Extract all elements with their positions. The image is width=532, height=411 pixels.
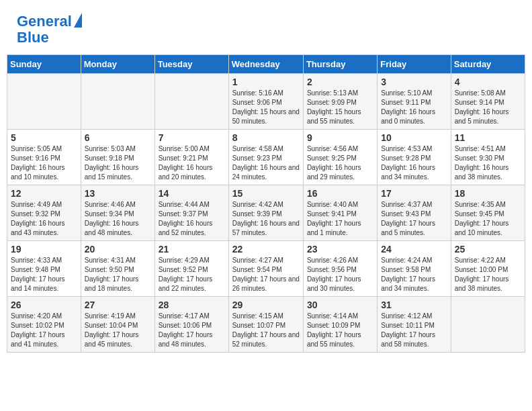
day-info: Sunrise: 4:22 AM Sunset: 10:00 PM Daylig… (455, 256, 521, 293)
calendar-cell: 10Sunrise: 4:53 AM Sunset: 9:28 PM Dayli… (378, 130, 451, 185)
day-number: 30 (307, 300, 373, 310)
day-info: Sunrise: 5:08 AM Sunset: 9:14 PM Dayligh… (455, 89, 521, 126)
calendar-week-row: 5Sunrise: 5:05 AM Sunset: 9:16 PM Daylig… (7, 130, 525, 185)
day-number: 10 (381, 132, 447, 143)
calendar-cell (81, 74, 154, 130)
day-number: 18 (455, 188, 521, 199)
calendar-cell: 27Sunrise: 4:19 AM Sunset: 10:04 PM Dayl… (81, 297, 154, 353)
logo-triangle-icon (74, 13, 82, 28)
day-info: Sunrise: 5:03 AM Sunset: 9:18 PM Dayligh… (85, 144, 151, 182)
calendar-cell: 30Sunrise: 4:14 AM Sunset: 10:09 PM Dayl… (303, 297, 377, 353)
calendar-body: 1Sunrise: 5:16 AM Sunset: 9:06 PM Daylig… (7, 74, 525, 353)
day-info: Sunrise: 4:17 AM Sunset: 10:06 PM Daylig… (159, 312, 225, 349)
day-number: 20 (85, 244, 151, 255)
day-info: Sunrise: 4:12 AM Sunset: 10:11 PM Daylig… (381, 312, 447, 349)
day-info: Sunrise: 4:51 AM Sunset: 9:30 PM Dayligh… (455, 144, 521, 182)
day-number: 21 (159, 244, 225, 255)
calendar-cell: 13Sunrise: 4:46 AM Sunset: 9:34 PM Dayli… (81, 185, 154, 241)
calendar-table: SundayMondayTuesdayWednesdayThursdayFrid… (7, 54, 525, 353)
day-number: 8 (232, 132, 300, 143)
day-info: Sunrise: 5:00 AM Sunset: 9:21 PM Dayligh… (159, 144, 225, 182)
day-number: 6 (85, 132, 151, 143)
day-info: Sunrise: 4:33 AM Sunset: 9:48 PM Dayligh… (11, 256, 77, 293)
calendar-cell: 20Sunrise: 4:31 AM Sunset: 9:50 PM Dayli… (81, 241, 154, 297)
day-info: Sunrise: 4:29 AM Sunset: 9:52 PM Dayligh… (159, 256, 225, 293)
calendar-cell: 26Sunrise: 4:20 AM Sunset: 10:02 PM Dayl… (7, 297, 81, 353)
dow-header: Tuesday (154, 55, 228, 74)
day-info: Sunrise: 4:44 AM Sunset: 9:37 PM Dayligh… (159, 200, 225, 238)
day-number: 29 (232, 300, 300, 310)
day-info: Sunrise: 4:31 AM Sunset: 9:50 PM Dayligh… (85, 256, 151, 293)
calendar-cell: 18Sunrise: 4:35 AM Sunset: 9:45 PM Dayli… (451, 185, 525, 241)
dow-header: Thursday (303, 55, 377, 74)
calendar-cell: 2Sunrise: 5:13 AM Sunset: 9:09 PM Daylig… (303, 74, 377, 130)
day-number: 1 (232, 77, 300, 87)
day-info: Sunrise: 5:10 AM Sunset: 9:11 PM Dayligh… (381, 89, 447, 126)
dow-header: Friday (378, 55, 451, 74)
logo-text2: Blue (17, 30, 82, 46)
day-number: 31 (381, 300, 447, 310)
calendar-cell: 24Sunrise: 4:24 AM Sunset: 9:58 PM Dayli… (378, 241, 451, 297)
calendar-cell: 7Sunrise: 5:00 AM Sunset: 9:21 PM Daylig… (154, 130, 228, 185)
day-info: Sunrise: 4:19 AM Sunset: 10:04 PM Daylig… (85, 312, 151, 349)
day-number: 27 (85, 300, 151, 310)
day-info: Sunrise: 4:27 AM Sunset: 9:54 PM Dayligh… (232, 256, 300, 293)
calendar-cell: 23Sunrise: 4:26 AM Sunset: 9:56 PM Dayli… (303, 241, 377, 297)
logo-text: General (17, 13, 72, 30)
day-number: 22 (232, 244, 300, 255)
day-number: 28 (159, 300, 225, 310)
day-info: Sunrise: 4:15 AM Sunset: 10:07 PM Daylig… (232, 312, 300, 349)
day-number: 4 (455, 77, 521, 87)
day-info: Sunrise: 5:16 AM Sunset: 9:06 PM Dayligh… (232, 89, 300, 126)
calendar-week-row: 12Sunrise: 4:49 AM Sunset: 9:32 PM Dayli… (7, 185, 525, 241)
day-number: 5 (11, 132, 77, 143)
calendar-week-row: 26Sunrise: 4:20 AM Sunset: 10:02 PM Dayl… (7, 297, 525, 353)
day-number: 14 (159, 188, 225, 199)
calendar-cell: 8Sunrise: 4:58 AM Sunset: 9:23 PM Daylig… (228, 130, 303, 185)
day-info: Sunrise: 5:13 AM Sunset: 9:09 PM Dayligh… (307, 89, 373, 126)
day-info: Sunrise: 4:35 AM Sunset: 9:45 PM Dayligh… (455, 200, 521, 238)
calendar-cell: 19Sunrise: 4:33 AM Sunset: 9:48 PM Dayli… (7, 241, 81, 297)
calendar-cell: 29Sunrise: 4:15 AM Sunset: 10:07 PM Dayl… (228, 297, 303, 353)
calendar-week-row: 1Sunrise: 5:16 AM Sunset: 9:06 PM Daylig… (7, 74, 525, 130)
calendar-cell (451, 297, 525, 353)
day-info: Sunrise: 4:42 AM Sunset: 9:39 PM Dayligh… (232, 200, 300, 238)
day-info: Sunrise: 4:37 AM Sunset: 9:43 PM Dayligh… (381, 200, 447, 238)
day-info: Sunrise: 4:14 AM Sunset: 10:09 PM Daylig… (307, 312, 373, 349)
days-of-week-row: SundayMondayTuesdayWednesdayThursdayFrid… (7, 55, 525, 74)
day-info: Sunrise: 4:58 AM Sunset: 9:23 PM Dayligh… (232, 144, 300, 182)
day-info: Sunrise: 4:20 AM Sunset: 10:02 PM Daylig… (11, 312, 77, 349)
day-number: 7 (159, 132, 225, 143)
day-number: 11 (455, 132, 521, 143)
calendar-cell: 28Sunrise: 4:17 AM Sunset: 10:06 PM Dayl… (154, 297, 228, 353)
day-number: 15 (232, 188, 300, 199)
day-number: 26 (11, 300, 77, 310)
calendar-cell: 31Sunrise: 4:12 AM Sunset: 10:11 PM Dayl… (378, 297, 451, 353)
logo: General Blue (17, 13, 82, 46)
day-number: 19 (11, 244, 77, 255)
day-info: Sunrise: 4:24 AM Sunset: 9:58 PM Dayligh… (381, 256, 447, 293)
calendar-cell: 9Sunrise: 4:56 AM Sunset: 9:25 PM Daylig… (303, 130, 377, 185)
day-info: Sunrise: 4:56 AM Sunset: 9:25 PM Dayligh… (307, 144, 373, 182)
calendar-cell: 1Sunrise: 5:16 AM Sunset: 9:06 PM Daylig… (228, 74, 303, 130)
day-info: Sunrise: 4:26 AM Sunset: 9:56 PM Dayligh… (307, 256, 373, 293)
header: General Blue (7, 7, 525, 49)
calendar-cell: 21Sunrise: 4:29 AM Sunset: 9:52 PM Dayli… (154, 241, 228, 297)
dow-header: Sunday (7, 55, 81, 74)
day-info: Sunrise: 4:40 AM Sunset: 9:41 PM Dayligh… (307, 200, 373, 238)
day-number: 23 (307, 244, 373, 255)
calendar-cell: 22Sunrise: 4:27 AM Sunset: 9:54 PM Dayli… (228, 241, 303, 297)
calendar-cell: 16Sunrise: 4:40 AM Sunset: 9:41 PM Dayli… (303, 185, 377, 241)
calendar-cell: 25Sunrise: 4:22 AM Sunset: 10:00 PM Dayl… (451, 241, 525, 297)
day-number: 24 (381, 244, 447, 255)
day-info: Sunrise: 4:46 AM Sunset: 9:34 PM Dayligh… (85, 200, 151, 238)
day-number: 25 (455, 244, 521, 255)
calendar-cell: 6Sunrise: 5:03 AM Sunset: 9:18 PM Daylig… (81, 130, 154, 185)
day-number: 17 (381, 188, 447, 199)
calendar-cell: 14Sunrise: 4:44 AM Sunset: 9:37 PM Dayli… (154, 185, 228, 241)
calendar-cell: 11Sunrise: 4:51 AM Sunset: 9:30 PM Dayli… (451, 130, 525, 185)
calendar-cell: 5Sunrise: 5:05 AM Sunset: 9:16 PM Daylig… (7, 130, 81, 185)
day-info: Sunrise: 5:05 AM Sunset: 9:16 PM Dayligh… (11, 144, 77, 182)
dow-header: Monday (81, 55, 154, 74)
day-number: 12 (11, 188, 77, 199)
